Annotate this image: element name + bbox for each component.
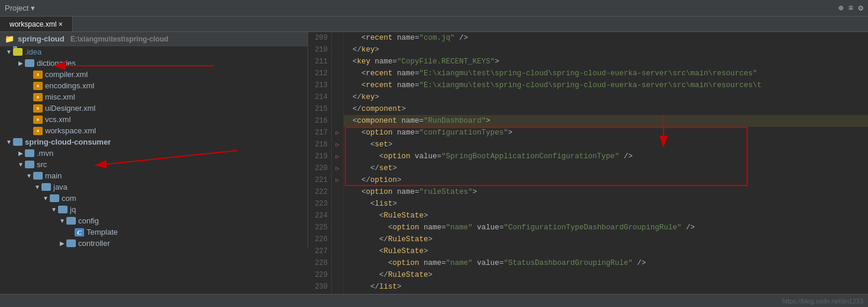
misc-label: misc.xml <box>45 92 75 101</box>
code-content: <recent name="com.jq" /> </key> <key nam… <box>344 32 868 294</box>
line-numbers: 209210211212213 214215216217218 21922022… <box>308 32 332 294</box>
tree-item-main[interactable]: main <box>0 170 308 181</box>
tab-workspace-xml[interactable]: workspace.xml × <box>0 17 73 31</box>
tree-item-jq[interactable]: jq <box>0 204 308 215</box>
uidesigner-label: uiDesigner.xml <box>45 104 95 113</box>
code-line-226: </RuleState> <box>344 234 868 245</box>
project-root-path: E:\xiangmu\test\spring-cloud <box>71 35 168 43</box>
tree-item-encodings[interactable]: x encodings.xml <box>0 80 308 91</box>
top-bar: Project ▾ ⊕ ≡ ⚙ <box>0 0 868 17</box>
code-line-212: <recent name="E:\xiangmu\test\spring-clo… <box>344 68 868 79</box>
tree-item-dictionaries[interactable]: dictionaries <box>0 57 308 69</box>
com-label: com <box>62 194 76 203</box>
tree-item-com[interactable]: com <box>0 193 308 204</box>
arrow-jq <box>50 206 58 213</box>
src-label: src <box>37 160 47 169</box>
editor-area: 209210211212213 214215216217218 21922022… <box>308 32 868 294</box>
tree-item-java[interactable]: java <box>0 181 308 193</box>
code-line-211: <key name="CopyFile.RECENT_KEYS"> <box>344 56 868 68</box>
code-line-228: <option name="name" value="StatusDashboa… <box>344 257 868 269</box>
controller-label: controller <box>78 239 110 248</box>
folder-icon-controller <box>66 239 76 247</box>
xml-icon-vcs: x <box>33 116 43 124</box>
vcs-label: vcs.xml <box>45 115 71 124</box>
xml-icon-encodings: x <box>33 82 43 90</box>
app-container: Project ▾ ⊕ ≡ ⚙ workspace.xml × 📁 spring… <box>0 0 868 307</box>
code-line-218: <set> <box>344 139 868 151</box>
sidebar: 📁 spring-cloud E:\xiangmu\test\spring-cl… <box>0 32 308 249</box>
tree-item-config[interactable]: config <box>0 215 308 226</box>
folder-icon-main <box>33 172 43 180</box>
mvn-label: .mvn <box>37 149 53 158</box>
main-label: main <box>45 171 62 180</box>
tree-item-consumer[interactable]: spring-cloud-consumer <box>0 136 308 148</box>
tree-item-mvn[interactable]: .mvn <box>0 148 308 159</box>
xml-icon-uidesigner: x <box>33 104 43 113</box>
tree-item-template[interactable]: C Template <box>0 226 308 238</box>
arrow-com <box>41 195 50 202</box>
jq-label: jq <box>70 205 76 214</box>
code-line-222: <option name="ruleStates"> <box>344 186 868 198</box>
arrow-mvn <box>17 150 25 156</box>
arrow-config <box>58 218 66 224</box>
tree-item-controller[interactable]: controller <box>0 238 308 249</box>
template-label: Template <box>87 228 118 236</box>
code-line-229: </RuleState> <box>344 269 868 281</box>
project-label: Project ▾ <box>5 4 35 12</box>
folder-icon-dicts <box>25 59 34 67</box>
folder-icon-jq <box>58 206 68 213</box>
class-icon-template: C <box>75 228 84 236</box>
code-line-219: <option value="SpringBootApplicationConf… <box>344 151 868 162</box>
code-line-217: <option name="configurationTypes"> <box>344 127 868 139</box>
code-line-221: </option> <box>344 174 868 186</box>
config-label: config <box>78 216 99 225</box>
tab-label: workspace.xml × <box>9 20 63 28</box>
folder-icon-com <box>50 194 59 202</box>
consumer-label: spring-cloud-consumer <box>25 137 111 146</box>
tree-item-misc[interactable]: x misc.xml <box>0 91 308 103</box>
arrow-dicts <box>17 60 25 66</box>
tree-item-workspace[interactable]: x workspace.xml <box>0 125 308 136</box>
xml-icon-compiler: x <box>33 71 43 79</box>
project-root-header: 📁 spring-cloud E:\xiangmu\test\spring-cl… <box>0 32 308 46</box>
tree-item-vcs[interactable]: x vcs.xml <box>0 114 308 125</box>
arrow-src <box>17 161 25 168</box>
folder-icon-idea <box>13 48 23 56</box>
arrow-consumer <box>5 139 13 145</box>
code-line-210: </key> <box>344 44 868 56</box>
code-line-216: <component name="RunDashboard"> <box>344 115 868 127</box>
code-line-213: <recent name="E:\xiangmu\test\spring-clo… <box>344 79 868 91</box>
xml-icon-workspace: x <box>33 127 43 135</box>
tree-item-idea[interactable]: .idea <box>0 46 308 57</box>
encodings-label: encodings.xml <box>45 81 94 90</box>
code-line-223: <list> <box>344 198 868 210</box>
bottom-url: https://blog.csdn.net/jin1233 <box>782 298 863 305</box>
folder-icon-consumer <box>13 138 23 146</box>
code-line-227: <RuleState> <box>344 245 868 257</box>
idea-label: .idea <box>25 47 41 56</box>
code-line-231: </option> <box>344 293 868 294</box>
compiler-label: compiler.xml <box>45 70 88 79</box>
arrow-idea <box>5 49 13 55</box>
code-line-224: <RuleState> <box>344 210 868 222</box>
toolbar-icons: ⊕ ≡ ⚙ <box>838 3 863 13</box>
arrow-main <box>25 172 33 179</box>
code-line-209: <recent name="com.jq" /> <box>344 32 868 44</box>
code-line-220: </set> <box>344 162 868 174</box>
workspace-label: workspace.xml <box>45 126 96 135</box>
tab-bar: workspace.xml × <box>0 17 868 32</box>
java-label: java <box>53 183 68 191</box>
tree-item-src[interactable]: src <box>0 159 308 170</box>
folder-icon-java <box>41 183 51 191</box>
project-root-label: spring-cloud <box>18 34 65 43</box>
tree-item-uidesigner[interactable]: x uiDesigner.xml <box>0 103 308 114</box>
tree-item-compiler[interactable]: x compiler.xml <box>0 69 308 80</box>
gutter: ▷ ▷ ▷ ▷ ▷ <box>332 32 344 294</box>
code-line-225: <option name="name" value="Configuration… <box>344 222 868 234</box>
folder-icon-src <box>25 161 34 168</box>
project-icon: 📁 <box>5 34 14 43</box>
arrow-java <box>33 184 41 190</box>
folder-icon-mvn <box>25 149 34 157</box>
folder-icon-config <box>66 217 76 225</box>
xml-icon-misc: x <box>33 93 43 101</box>
